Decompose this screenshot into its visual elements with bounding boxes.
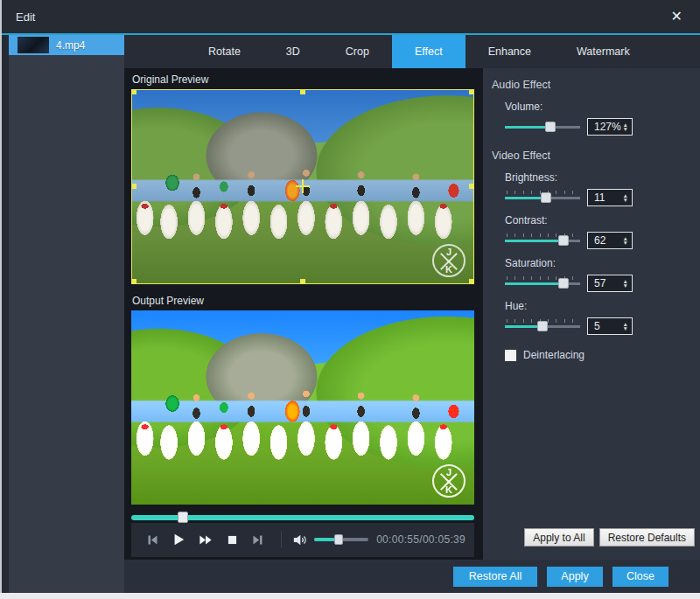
- file-list-sidebar: 4.mp4: [2, 35, 124, 593]
- volume-slider[interactable]: [314, 534, 368, 545]
- stop-button[interactable]: [226, 533, 239, 547]
- crop-handle[interactable]: [131, 89, 136, 94]
- stop-icon: [226, 533, 239, 547]
- crop-handle[interactable]: [131, 279, 136, 284]
- file-list-item[interactable]: 4.mp4: [9, 35, 124, 55]
- contrast-spinner[interactable]: 62 ▲▼: [587, 232, 633, 249]
- tab-rotate[interactable]: Rotate: [186, 35, 263, 68]
- watermark-logo: J K: [432, 464, 466, 498]
- audio-volume-slider[interactable]: [505, 120, 580, 134]
- tab-bar: Rotate 3D Crop Effect Enhance Watermark: [124, 35, 700, 68]
- slider-thumb[interactable]: [541, 192, 551, 203]
- deinterlacing-label: Deinterlacing: [523, 349, 584, 361]
- brightness-spinner[interactable]: 11 ▲▼: [587, 189, 633, 206]
- hue-value: 5: [588, 320, 623, 332]
- brightness-label: Brightness:: [505, 171, 700, 184]
- hue-label: Hue:: [505, 300, 700, 312]
- skip-back-icon: [146, 533, 159, 547]
- play-button[interactable]: [172, 533, 186, 547]
- original-preview-image: J K: [131, 89, 474, 284]
- crop-handle[interactable]: [469, 279, 474, 284]
- brightness-value: 11: [588, 192, 623, 204]
- tab-watermark[interactable]: Watermark: [554, 35, 653, 68]
- seek-thumb[interactable]: [178, 512, 188, 523]
- separator: [281, 531, 282, 548]
- crop-handle[interactable]: [300, 279, 305, 284]
- playback-controls: 00:00:55/00:05:39: [131, 523, 474, 557]
- crop-handle[interactable]: [300, 89, 305, 94]
- output-preview-label: Output Preview: [132, 295, 474, 307]
- watermark-logo: J K: [432, 244, 466, 277]
- volume-label: Volume:: [505, 101, 700, 113]
- skip-forward-button[interactable]: [251, 533, 264, 547]
- preview-column: Original Preview J K: [124, 68, 483, 560]
- contrast-value: 62: [588, 234, 623, 247]
- crop-handle[interactable]: [469, 184, 474, 189]
- file-name: 4.mp4: [56, 39, 85, 52]
- apply-to-all-button[interactable]: Apply to All: [524, 528, 593, 547]
- edit-dialog: Edit ✕ 4.mp4 Rotate 3D Crop Effect Enhan…: [0, 0, 700, 593]
- restore-defaults-button[interactable]: Restore Defaults: [599, 528, 695, 547]
- volume-thumb[interactable]: [334, 534, 343, 545]
- tab-enhance[interactable]: Enhance: [466, 35, 554, 68]
- tab-crop[interactable]: Crop: [323, 35, 392, 68]
- contrast-label: Contrast:: [505, 214, 700, 226]
- speaker-icon[interactable]: [292, 533, 307, 547]
- saturation-spinner[interactable]: 57 ▲▼: [587, 275, 633, 292]
- effect-settings-panel: Audio Effect Volume: 127% ▲▼ Video Effec…: [483, 68, 700, 560]
- spin-down-icon[interactable]: ▼: [623, 326, 628, 331]
- saturation-label: Saturation:: [505, 257, 700, 269]
- restore-all-button[interactable]: Restore All: [453, 567, 537, 587]
- slider-thumb[interactable]: [537, 321, 548, 331]
- audio-effect-header: Audio Effect: [492, 79, 700, 91]
- saturation-value: 57: [588, 277, 623, 289]
- time-display: 00:00:55/00:05:39: [376, 533, 466, 546]
- contrast-slider[interactable]: [505, 233, 580, 247]
- crop-handle[interactable]: [131, 184, 136, 189]
- slider-thumb[interactable]: [545, 122, 556, 132]
- seek-slider[interactable]: [131, 512, 474, 523]
- fast-forward-button[interactable]: [198, 533, 214, 547]
- dialog-title: Edit: [16, 10, 35, 24]
- volume-value: 127%: [588, 121, 623, 133]
- deinterlacing-option[interactable]: Deinterlacing: [505, 349, 700, 361]
- apply-button[interactable]: Apply: [547, 567, 603, 587]
- output-preview-image: J K: [131, 310, 474, 505]
- deinterlacing-checkbox[interactable]: [505, 350, 516, 361]
- spin-down-icon[interactable]: ▼: [623, 283, 628, 289]
- close-icon[interactable]: ✕: [671, 10, 682, 24]
- tab-effect[interactable]: Effect: [392, 35, 466, 68]
- original-preview-label: Original Preview: [132, 73, 474, 86]
- spin-down-icon[interactable]: ▼: [623, 127, 628, 132]
- spin-down-icon[interactable]: ▼: [623, 198, 628, 203]
- fast-forward-icon: [198, 533, 214, 547]
- volume-spinner[interactable]: 127% ▲▼: [587, 118, 633, 136]
- crop-handle[interactable]: [469, 89, 474, 94]
- video-effect-header: Video Effect: [492, 150, 700, 162]
- title-bar: Edit ✕: [2, 0, 700, 33]
- slider-thumb[interactable]: [558, 278, 569, 289]
- hue-slider[interactable]: [505, 319, 580, 333]
- spin-down-icon[interactable]: ▼: [623, 240, 628, 246]
- brightness-slider[interactable]: [505, 191, 580, 205]
- footer-bar: Restore All Apply Close: [124, 560, 700, 593]
- hue-spinner[interactable]: 5 ▲▼: [587, 317, 633, 335]
- video-thumbnail: [18, 37, 49, 53]
- skip-forward-icon: [251, 533, 264, 547]
- tab-3d[interactable]: 3D: [263, 35, 323, 68]
- close-button[interactable]: Close: [612, 567, 668, 587]
- play-icon: [172, 533, 186, 547]
- saturation-slider[interactable]: [505, 276, 580, 290]
- crop-overlay[interactable]: [131, 89, 474, 284]
- slider-thumb[interactable]: [558, 235, 569, 246]
- skip-back-button[interactable]: [146, 533, 159, 547]
